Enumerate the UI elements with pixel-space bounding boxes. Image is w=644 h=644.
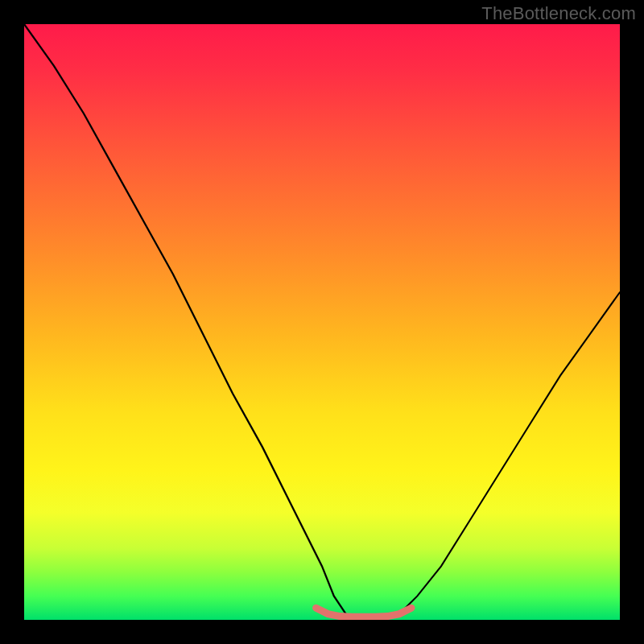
chart-frame: TheBottleneck.com [0,0,644,644]
curve-layer [24,24,620,620]
left-branch-path [24,24,346,614]
plot-area [24,24,620,620]
watermark-text: TheBottleneck.com [481,3,636,24]
right-branch-path [399,292,620,614]
valley-highlight-path [316,608,411,617]
